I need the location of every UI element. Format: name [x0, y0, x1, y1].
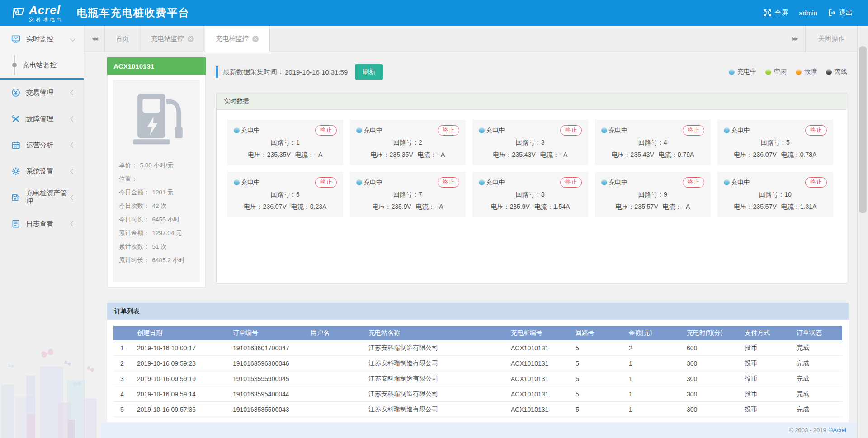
tab-close-icon[interactable]: ✕ — [188, 36, 194, 42]
table-cell: 300 — [680, 391, 738, 398]
device-stats: 单价： 5.00 小时/元 位置： 今日金额： 1291 元 今日次数： 42 … — [119, 159, 194, 267]
device-stat-line: 累计时长： 6485.2 小时 — [119, 254, 194, 267]
sidebar-item-pile-assets[interactable]: 充电桩资产管理 — [0, 184, 84, 211]
table-cell: ACX1010131 — [505, 375, 569, 382]
channel-card: 充电中 终止 回路号：5 电压：236.07V电流：0.78A — [717, 120, 833, 165]
close-operations-menu[interactable]: 关闭操作 — [805, 26, 857, 52]
username[interactable]: admin — [799, 9, 817, 17]
orders-section-title: 订单列表 — [107, 303, 849, 320]
logout-button[interactable]: 退出 — [828, 9, 853, 17]
terminate-button[interactable]: 终止 — [438, 125, 459, 136]
table-row[interactable]: 52019-10-16 09:57:351910163585500043江苏安科… — [113, 402, 842, 417]
charging-status-dot-icon — [724, 179, 730, 185]
acrel-logo: A Acrel 安科瑞电气 — [12, 4, 64, 22]
row-index-cell: 2 — [113, 360, 131, 367]
tab-home[interactable]: 首页 — [105, 26, 140, 52]
sidebar-item-transactions[interactable]: 交易管理 — [0, 80, 84, 106]
vertical-scrollbar[interactable] — [857, 26, 868, 438]
chevron-left-icon — [70, 116, 75, 121]
table-cell: 1 — [623, 406, 680, 413]
tabs-scroll-right-button[interactable]: ▶▶ — [784, 26, 805, 52]
sidebar-item-realtime-monitor[interactable]: 实时监控 — [0, 26, 84, 52]
realtime-section-title: 实时数据 — [217, 93, 847, 110]
svg-text:A: A — [15, 9, 19, 15]
legend-item: 故障 — [796, 68, 817, 76]
top-header: A Acrel 安科瑞电气 电瓶车充电桩收费平台 全屏 admin — [0, 0, 868, 26]
charging-status-dot-icon — [356, 179, 362, 185]
table-cell: 投币 — [738, 390, 790, 398]
tab-pile-monitor[interactable]: 充电桩监控 ✕ — [205, 26, 270, 52]
status-legend: 充电中 空闲 故障 离线 — [729, 68, 847, 76]
table-cell: 2019-10-16 10:00:17 — [131, 344, 226, 352]
table-cell: 2 — [623, 344, 680, 352]
table-cell: 1910163595900045 — [226, 375, 304, 382]
chevron-left-icon — [70, 142, 75, 147]
tab-close-icon[interactable]: ✕ — [252, 36, 259, 42]
channel-status: 充电中 — [241, 127, 260, 135]
charging-status-dot-icon — [601, 179, 607, 185]
device-stat-line: 今日时长： 6455 小时 — [119, 213, 194, 226]
tabs-scroll-left-button[interactable]: ◀◀ — [84, 26, 105, 52]
sidebar-item-faults[interactable]: 故障管理 — [0, 106, 84, 132]
table-cell: 5 — [569, 391, 623, 398]
scrollbar-thumb[interactable] — [859, 46, 867, 213]
legend-item: 离线 — [826, 68, 847, 76]
terminate-button[interactable]: 终止 — [683, 177, 704, 188]
terminate-button[interactable]: 终止 — [560, 125, 582, 136]
fault-icon — [11, 114, 20, 123]
legend-item: 空闲 — [765, 68, 787, 76]
table-cell: 5 — [569, 375, 623, 382]
table-cell: ACX1010131 — [505, 344, 569, 352]
sidebar-item-logs[interactable]: 日志查看 — [0, 211, 84, 237]
channel-card: 充电中 终止 回路号：1 电压：235.35V电流：--A — [227, 120, 343, 165]
table-cell: 江苏安科瑞制造有限公司 — [362, 375, 505, 383]
terminate-button[interactable]: 终止 — [560, 177, 582, 188]
legend-item: 充电中 — [729, 68, 756, 76]
table-cell: 1910163585500043 — [226, 406, 304, 413]
table-cell: 5 — [569, 360, 623, 367]
table-cell: 300 — [680, 360, 738, 367]
table-row[interactable]: 32019-10-16 09:59:191910163595900045江苏安科… — [113, 371, 842, 386]
brand-subtitle: 安科瑞电气 — [29, 17, 64, 22]
charging-status-dot-icon — [356, 127, 362, 133]
column-header: 订单编号 — [226, 329, 304, 337]
sidebar-item-system-settings[interactable]: 系统设置 — [0, 158, 84, 184]
tab-label: 首页 — [116, 34, 129, 43]
sidebar: 实时监控 充电站监控 交易管理 故障管理 — [0, 26, 84, 438]
tab-bar: ◀◀ 首页 充电站监控 ✕ 充电桩监控 ✕ ▶▶ 关闭操作 — [84, 26, 857, 52]
column-header: 用户名 — [304, 329, 362, 337]
status-dot-icon — [826, 69, 832, 75]
table-row[interactable]: 22019-10-16 09:59:231910163596300046江苏安科… — [113, 356, 842, 371]
submenu-dot-icon — [12, 63, 17, 67]
terminate-button[interactable]: 终止 — [315, 177, 337, 188]
terminate-button[interactable]: 终止 — [805, 125, 827, 136]
channel-status: 充电中 — [609, 127, 627, 135]
terminate-button[interactable]: 终止 — [315, 125, 337, 136]
terminate-button[interactable]: 终止 — [805, 177, 827, 188]
fullscreen-button[interactable]: 全屏 — [764, 9, 788, 17]
refresh-button[interactable]: 刷新 — [355, 64, 383, 80]
table-cell: 投币 — [738, 405, 790, 414]
tab-station-monitor[interactable]: 充电站监控 ✕ — [140, 26, 205, 52]
terminate-button[interactable]: 终止 — [438, 177, 459, 188]
sidebar-item-operations-analysis[interactable]: 运营分析 — [0, 132, 84, 158]
table-cell: 江苏安科瑞制造有限公司 — [362, 405, 505, 414]
charging-status-dot-icon — [234, 127, 240, 133]
sidebar-item-station-monitor[interactable]: 充电站监控 — [0, 52, 84, 78]
channel-card: 充电中 终止 回路号：9 电压：235.57V电流：--A — [595, 172, 711, 217]
column-header: 回路号 — [569, 329, 623, 337]
charging-status-dot-icon — [234, 179, 240, 185]
column-header: 金额(元) — [623, 329, 680, 337]
terminate-button[interactable]: 终止 — [683, 125, 704, 136]
table-cell: 1 — [623, 360, 680, 367]
double-right-chevron-icon: ▶▶ — [792, 36, 797, 42]
table-row[interactable]: 42019-10-16 09:59:141910163595400044江苏安科… — [113, 386, 842, 402]
table-cell: 完成 — [790, 359, 842, 367]
footer-brand-link[interactable]: ©Acrel — [829, 427, 846, 433]
table-cell: ACX1010131 — [505, 391, 569, 398]
device-stat-line: 位置： — [119, 172, 194, 186]
device-stat-line: 今日金额： 1291 元 — [119, 186, 194, 199]
table-row[interactable]: 12019-10-16 10:00:171910163601700047江苏安科… — [113, 340, 842, 356]
fullscreen-label: 全屏 — [774, 9, 788, 17]
row-index-cell: 3 — [113, 375, 131, 382]
